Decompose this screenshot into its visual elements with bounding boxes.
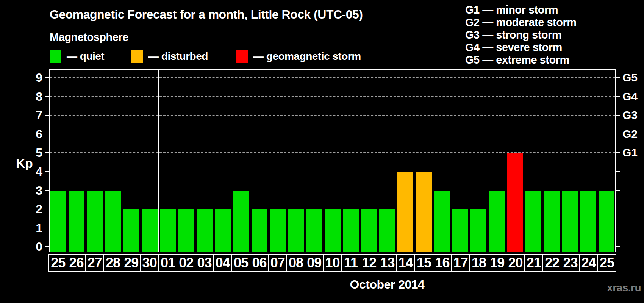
day-label-oct-22: 22 [542, 254, 561, 272]
kp-tick-label-6: 6 [23, 128, 42, 140]
day-label-oct-20: 20 [506, 254, 524, 272]
kp-bar-day-24 [580, 191, 596, 252]
day-label-oct-23: 23 [561, 254, 579, 272]
day-label-oct-24: 24 [579, 254, 597, 272]
legend-item-storm: — geomagnetic storm [236, 50, 361, 63]
kp-bar-day-05 [233, 191, 249, 252]
kp-tick-label-1: 1 [23, 222, 42, 234]
disturbed-color-swatch [131, 50, 143, 63]
kp-tick-label-3: 3 [23, 184, 42, 197]
kp-bar-day-12 [361, 209, 377, 252]
kp-bar-day-08 [288, 209, 304, 252]
kp-bar-day-13 [379, 209, 395, 252]
legend-item-label: — disturbed [148, 50, 208, 62]
quiet-color-swatch [50, 50, 61, 63]
day-label-oct-03: 03 [195, 254, 213, 272]
day-label-sep-26: 26 [67, 254, 85, 272]
g-legend-line-1: G1 — minor storm [465, 4, 576, 16]
watermark: xras.ru [565, 282, 641, 294]
kp-bar-day-28 [105, 191, 121, 252]
g-legend-line-3: G3 — strong storm [465, 29, 576, 41]
grid-line-kp9 [50, 77, 615, 78]
g-scale-tick-label-g3: G3 [622, 109, 638, 121]
kp-bar-day-18 [470, 209, 486, 252]
left-axis-tick-1 [45, 228, 49, 228]
left-axis-tick-0 [45, 246, 49, 247]
day-label-oct-17: 17 [451, 254, 469, 272]
grid-line-kp7 [50, 115, 615, 116]
x-axis-label-month: October 2014 [311, 278, 463, 292]
g-legend-line-4: G4 — severe storm [465, 41, 576, 54]
day-label-oct-16: 16 [433, 254, 451, 272]
day-label-oct-14: 14 [396, 254, 414, 272]
g-scale-tick-label-g5: G5 [622, 72, 638, 84]
legend-item-quiet: — quiet [50, 50, 104, 63]
day-label-oct-13: 13 [378, 254, 396, 272]
kp-tick-label-2: 2 [23, 203, 42, 215]
month-boundary-line [158, 69, 159, 252]
day-label-oct-07: 07 [268, 254, 286, 272]
kp-bar-day-16 [434, 191, 450, 252]
day-label-sep-27: 27 [85, 254, 103, 272]
kp-bar-day-11 [343, 209, 359, 252]
kp-tick-label-4: 4 [23, 166, 42, 178]
kp-bar-day-07 [270, 209, 286, 252]
day-label-oct-11: 11 [341, 254, 360, 272]
g-scale-tick-label-g4: G4 [622, 91, 638, 103]
g-legend-line-2: G2 — moderate storm [465, 16, 576, 29]
kp-bar-day-02 [178, 209, 194, 252]
day-label-oct-09: 09 [305, 254, 323, 272]
left-axis-tick-9 [45, 77, 49, 78]
right-axis-tick-5 [616, 152, 620, 153]
day-label-oct-15: 15 [414, 254, 433, 272]
magnetosphere-legend-heading: Magnetosphere [50, 31, 128, 44]
day-label-oct-12: 12 [360, 254, 378, 272]
g-legend-line-5: G5 — extreme storm [465, 54, 576, 66]
day-label-sep-25: 25 [48, 254, 67, 272]
kp-tick-label-9: 9 [23, 72, 42, 84]
legend-item-disturbed: — disturbed [131, 50, 208, 63]
kp-bar-day-27 [87, 191, 103, 252]
kp-bar-day-30 [142, 209, 158, 252]
day-label-oct-02: 02 [177, 254, 195, 272]
legend-item-label: — quiet [67, 50, 104, 62]
kp-bar-day-04 [215, 209, 231, 252]
kp-tick-label-7: 7 [23, 109, 42, 121]
kp-bar-day-20 [507, 153, 523, 252]
day-label-oct-21: 21 [524, 254, 542, 272]
kp-bar-day-06 [252, 209, 267, 252]
day-label-oct-10: 10 [323, 254, 341, 272]
day-label-oct-25: 25 [597, 254, 616, 272]
kp-bar-day-22 [544, 191, 560, 252]
kp-bar-day-14 [397, 172, 413, 252]
grid-line-kp8 [50, 96, 615, 97]
kp-tick-label-0: 0 [23, 241, 42, 253]
day-label-sep-28: 28 [103, 254, 122, 272]
kp-bar-day-26 [69, 191, 84, 252]
kp-tick-label-8: 8 [23, 91, 42, 103]
right-axis-tick-9 [616, 77, 620, 78]
g-scale-legend: G1 — minor stormG2 — moderate stormG3 — … [465, 4, 576, 66]
day-label-sep-30: 30 [140, 254, 158, 272]
chart-title: Geomagnetic Forecast for a month, Little… [50, 8, 363, 22]
geomagnetic-forecast-chart: Geomagnetic Forecast for a month, Little… [0, 0, 644, 303]
kp-bar-day-03 [197, 209, 213, 252]
left-axis-tick-7 [45, 115, 49, 116]
day-axis-row: 2526272829300102030405060708091011121314… [48, 254, 616, 272]
grid-line-kp5 [50, 152, 615, 153]
day-label-oct-01: 01 [158, 254, 177, 272]
kp-bar-day-10 [325, 209, 341, 252]
day-label-oct-06: 06 [250, 254, 268, 272]
kp-bar-day-15 [416, 172, 432, 252]
kp-bar-day-21 [525, 191, 541, 252]
day-label-sep-29: 29 [122, 254, 140, 272]
day-label-oct-05: 05 [231, 254, 250, 272]
right-axis-tick-2 [616, 209, 620, 209]
kp-bar-day-29 [123, 209, 139, 252]
kp-bar-day-23 [562, 191, 578, 252]
right-axis-tick-1 [616, 228, 620, 228]
kp-bar-day-25 [599, 191, 614, 252]
left-axis-tick-5 [45, 152, 49, 153]
right-axis-tick-6 [616, 134, 620, 134]
left-axis-tick-2 [45, 209, 49, 209]
